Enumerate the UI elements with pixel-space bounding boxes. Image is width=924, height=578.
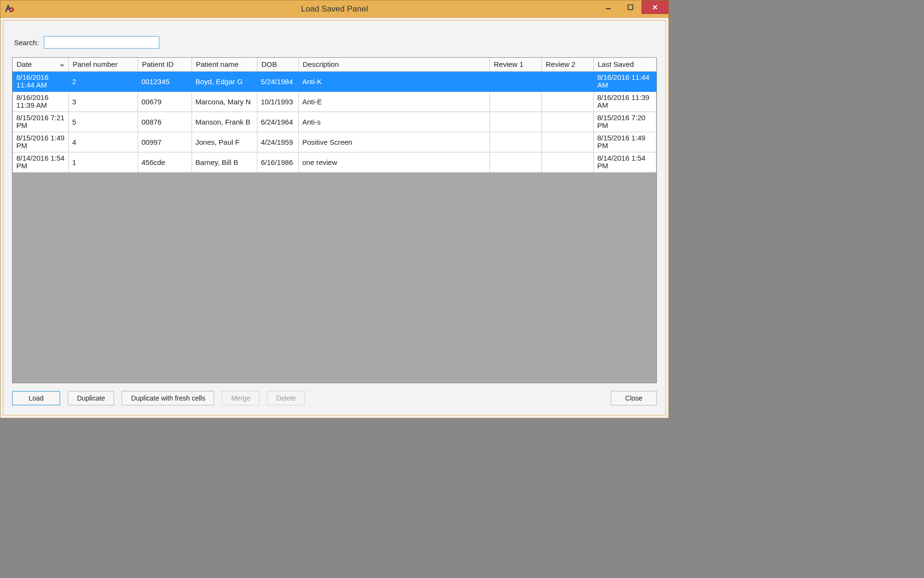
- col-header-label: Review 1: [494, 60, 524, 68]
- cell-last-saved: 8/16/2016 11:44 AM: [594, 71, 656, 91]
- cell-review2: [542, 71, 594, 91]
- maximize-button[interactable]: [619, 0, 642, 14]
- col-header-label: Panel number: [73, 60, 117, 68]
- cell-dob: 6/16/1986: [257, 152, 299, 172]
- cell-panel-number: 2: [69, 71, 138, 91]
- cell-last-saved: 8/15/2016 7:20 PM: [594, 112, 656, 132]
- cell-review2: [542, 91, 594, 112]
- cell-review2: [542, 112, 594, 132]
- cell-dob: 4/24/1959: [257, 132, 299, 152]
- cell-patient-name: Boyd, Edgar G: [192, 71, 257, 91]
- col-header-label: Date: [17, 60, 32, 68]
- col-header-review1[interactable]: Review 1: [490, 58, 542, 71]
- cell-patient-id: 00997: [138, 132, 192, 152]
- table-row[interactable]: 8/15/2016 7:21 PM500876Manson, Frank B6/…: [13, 112, 656, 132]
- cell-dob: 6/24/1964: [257, 112, 299, 132]
- col-header-label: Patient ID: [142, 60, 174, 68]
- cell-description: Anti-K: [299, 71, 490, 91]
- cell-review1: [490, 91, 542, 112]
- window-title: Load Saved Panel: [0, 4, 668, 14]
- action-bar: Load Duplicate Duplicate with fresh cell…: [12, 390, 657, 406]
- titlebar[interactable]: Load Saved Panel: [0, 0, 668, 18]
- svg-rect-1: [606, 8, 611, 9]
- cell-review2: [542, 132, 594, 152]
- cell-description: Anti-E: [299, 91, 490, 112]
- close-dialog-button[interactable]: Close: [611, 391, 657, 405]
- panel-table-container: Date Panel number Patient ID Patient nam…: [12, 57, 657, 383]
- col-header-label: Patient name: [196, 60, 238, 68]
- cell-panel-number: 4: [69, 132, 138, 152]
- cell-review1: [490, 152, 542, 172]
- svg-rect-2: [628, 5, 633, 10]
- col-header-last-saved[interactable]: Last Saved: [594, 58, 656, 71]
- cell-review1: [490, 71, 542, 91]
- cell-dob: 10/1/1993: [257, 91, 299, 112]
- cell-patient-name: Manson, Frank B: [192, 112, 257, 132]
- cell-patient-id: 0012345: [138, 71, 192, 91]
- cell-patient-name: Jones, Paul F: [192, 132, 257, 152]
- dialog-window: Load Saved Panel Search:: [0, 0, 669, 418]
- app-icon: [4, 3, 16, 15]
- table-header-row: Date Panel number Patient ID Patient nam…: [13, 58, 656, 71]
- col-header-description[interactable]: Description: [299, 58, 490, 71]
- content-area: Search: Date: [3, 20, 666, 415]
- cell-last-saved: 8/16/2016 11:39 AM: [594, 91, 656, 112]
- cell-patient-name: Barney, Bill B: [192, 152, 257, 172]
- cell-review1: [490, 112, 542, 132]
- col-header-dob[interactable]: DOB: [257, 58, 299, 71]
- col-header-label: DOB: [261, 60, 277, 68]
- load-button[interactable]: Load: [12, 391, 60, 405]
- close-button[interactable]: [642, 0, 668, 14]
- panel-table: Date Panel number Patient ID Patient nam…: [13, 58, 656, 173]
- table-row[interactable]: 8/14/2016 1:54 PM1456cdeBarney, Bill B6/…: [13, 152, 656, 172]
- duplicate-button[interactable]: Duplicate: [68, 391, 114, 405]
- cell-patient-id: 00679: [138, 91, 192, 112]
- cell-patient-id: 00876: [138, 112, 192, 132]
- cell-patient-id: 456cde: [138, 152, 192, 172]
- cell-patient-name: Marcona, Mary N: [192, 91, 257, 112]
- cell-date: 8/16/2016 11:44 AM: [13, 71, 69, 91]
- cell-date: 8/15/2016 1:49 PM: [13, 132, 69, 152]
- col-header-panel-number[interactable]: Panel number: [69, 58, 138, 71]
- cell-review2: [542, 152, 594, 172]
- cell-date: 8/16/2016 11:39 AM: [13, 91, 69, 112]
- duplicate-fresh-button[interactable]: Duplicate with fresh cells: [122, 391, 214, 405]
- cell-description: Anti-s: [299, 112, 490, 132]
- cell-description: Positive Screen: [299, 132, 490, 152]
- cell-date: 8/15/2016 7:21 PM: [13, 112, 69, 132]
- cell-panel-number: 5: [69, 112, 138, 132]
- cell-panel-number: 3: [69, 91, 138, 112]
- cell-last-saved: 8/14/2016 1:54 PM: [594, 152, 656, 172]
- col-header-label: Review 2: [546, 60, 576, 68]
- merge-button[interactable]: Merge: [222, 391, 259, 405]
- search-input[interactable]: [44, 36, 159, 49]
- table-row[interactable]: 8/16/2016 11:39 AM300679Marcona, Mary N1…: [13, 91, 656, 112]
- minimize-button[interactable]: [597, 0, 619, 14]
- cell-description: one review: [299, 152, 490, 172]
- cell-last-saved: 8/15/2016 1:49 PM: [594, 132, 656, 152]
- table-row[interactable]: 8/15/2016 1:49 PM400997Jones, Paul F4/24…: [13, 132, 656, 152]
- window-controls: [597, 0, 668, 17]
- col-header-review2[interactable]: Review 2: [542, 58, 594, 71]
- cell-panel-number: 1: [69, 152, 138, 172]
- search-label: Search:: [14, 38, 39, 47]
- col-header-label: Description: [303, 60, 339, 68]
- col-header-label: Last Saved: [598, 60, 634, 68]
- search-row: Search:: [14, 36, 657, 49]
- cell-review1: [490, 132, 542, 152]
- col-header-patient-name[interactable]: Patient name: [192, 58, 257, 71]
- cell-date: 8/14/2016 1:54 PM: [13, 152, 69, 172]
- col-header-date[interactable]: Date: [13, 58, 69, 71]
- col-header-patient-id[interactable]: Patient ID: [138, 58, 192, 71]
- delete-button[interactable]: Delete: [267, 391, 305, 405]
- cell-dob: 5/24/1984: [257, 71, 299, 91]
- sort-desc-icon: [60, 60, 64, 68]
- table-row[interactable]: 8/16/2016 11:44 AM20012345Boyd, Edgar G5…: [13, 71, 656, 91]
